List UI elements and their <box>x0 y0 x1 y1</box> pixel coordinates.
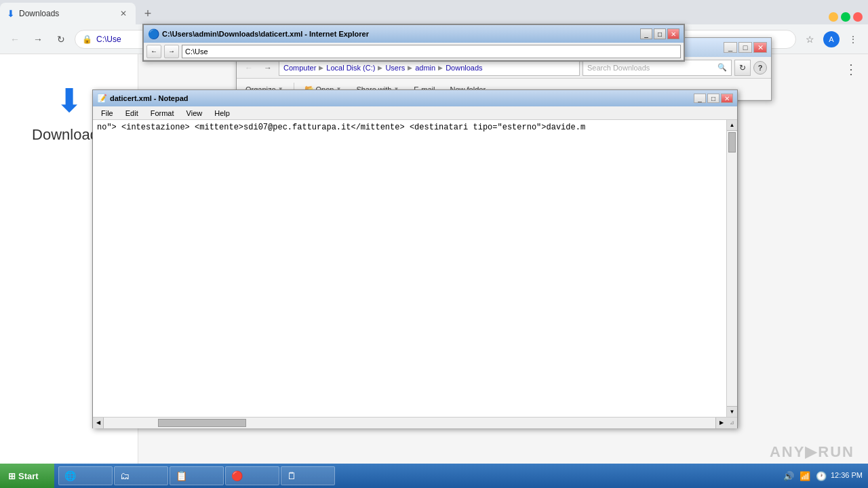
explorer-back-button[interactable]: ← <box>241 60 257 76</box>
notepad-menu-help[interactable]: Help <box>209 108 235 119</box>
explorer-refresh-button[interactable]: ↻ <box>734 60 751 76</box>
taskbar-item-notepad[interactable]: 📋 <box>170 466 224 485</box>
ie-toolbar: ← → <box>144 43 684 60</box>
tray-network-icon[interactable]: 📶 <box>798 469 812 483</box>
explorer-close-button[interactable]: ✕ <box>753 42 767 53</box>
taskbar-items: 🌐 🗂 📋 🔴 🗒 <box>54 464 776 488</box>
notepad-menu-view[interactable]: View <box>181 108 208 119</box>
chrome-menu-icon[interactable]: ⋮ <box>844 30 863 49</box>
ie-title-text: C:\Users\admin\Downloads\daticert.xml - … <box>162 30 637 38</box>
explorer-breadcrumb[interactable]: Computer ▶ Local Disk (C:) ▶ Users ▶ adm… <box>279 60 580 76</box>
chrome-content-menu[interactable]: ⋮ <box>844 61 858 77</box>
breadcrumb-downloads[interactable]: Downloads <box>446 64 482 72</box>
breadcrumb-users[interactable]: Users <box>385 64 405 72</box>
notepad-menu-file[interactable]: File <box>96 108 119 119</box>
tray-volume-icon[interactable]: 🔊 <box>782 469 795 483</box>
downloads-large-icon: ⬇ <box>56 81 83 119</box>
ie-restore-button[interactable]: □ <box>654 28 666 39</box>
forward-button[interactable]: → <box>28 30 47 49</box>
notepad-window-controls: _ □ ✕ <box>694 94 733 103</box>
breadcrumb-computer[interactable]: Computer <box>283 64 316 72</box>
ie-address-bar[interactable] <box>182 45 681 58</box>
taskbar-item-ie[interactable]: 🌐 <box>58 466 113 485</box>
notepad-horizontal-scrollbar[interactable] <box>104 418 715 428</box>
windows-taskbar: ⊞ Start 🌐 🗂 📋 🔴 🗒 🔊 📶 🕐 12:36 PM <box>0 464 868 488</box>
chrome-minimize-button[interactable] <box>829 12 838 22</box>
notepad-close-button[interactable]: ✕ <box>721 94 733 103</box>
chrome-tab-downloads[interactable]: ⬇ Downloads ✕ <box>0 3 136 24</box>
notepad-title-bar: 📝 daticert.xml - Notepad _ □ ✕ <box>93 90 737 106</box>
explorer-help-button[interactable]: ? <box>753 61 767 75</box>
chrome-tab-bar: ⬇ Downloads ✕ + <box>0 0 868 24</box>
tray-time-display: 12:36 PM <box>831 471 863 480</box>
chrome-tab-title: Downloads <box>19 9 114 18</box>
chrome-window-controls <box>829 12 868 24</box>
notepad-scroll-right-button[interactable]: ▶ <box>715 418 726 428</box>
explorer-search-placeholder: Search Downloads <box>587 64 717 72</box>
address-lock-icon: 🔒 <box>82 35 92 44</box>
chrome-new-tab-button[interactable]: + <box>138 4 157 23</box>
scrollbar-up-button[interactable]: ▲ <box>727 120 737 131</box>
ie-back-button[interactable]: ← <box>146 45 161 58</box>
anyrun-watermark: ANY▶RUN <box>770 443 854 461</box>
explorer-taskbar-icon: 🗂 <box>120 470 130 481</box>
chrome-tab-close-button[interactable]: ✕ <box>118 8 129 19</box>
tray-clock-icon: 🕐 <box>814 469 828 483</box>
refresh-button[interactable]: ↻ <box>52 30 71 49</box>
watermark-text: ANY▶RUN <box>770 443 854 461</box>
explorer-minimize-button[interactable]: _ <box>724 42 737 53</box>
back-button[interactable]: ← <box>5 30 24 49</box>
ie-window-controls: _ □ ✕ <box>640 28 679 39</box>
notepad-text[interactable]: no"> <intestazione> <mittente>sdi07@pec.… <box>93 120 726 417</box>
notepad-minimize-button[interactable]: _ <box>694 94 706 103</box>
breadcrumb-arrow-4: ▶ <box>438 64 443 71</box>
notepad-maximize-button[interactable]: □ <box>707 94 719 103</box>
ie-window: 🔵 C:\Users\admin\Downloads\daticert.xml … <box>142 24 685 62</box>
breadcrumb-arrow-2: ▶ <box>378 64 382 71</box>
notepad-menu-bar: File Edit Format View Help <box>93 106 737 120</box>
notepad-scrollbar-h-thumb[interactable] <box>158 419 246 427</box>
notepad-title-text: daticert.xml - Notepad <box>110 94 691 102</box>
start-windows-icon: ⊞ <box>8 471 16 481</box>
ie-taskbar-icon: 🌐 <box>64 470 76 481</box>
scrollbar-thumb-vertical[interactable] <box>728 132 736 152</box>
start-label: Start <box>18 471 39 481</box>
explorer-forward-button[interactable]: → <box>260 60 276 76</box>
explorer-maximize-button[interactable]: □ <box>738 42 752 53</box>
scrollbar-down-button[interactable]: ▼ <box>727 406 737 417</box>
notepad-icon: 📝 <box>97 94 107 103</box>
chrome-toolbar-icons: ☆ A ⋮ <box>800 30 863 49</box>
notepad-taskbar-icon: 📋 <box>176 470 187 481</box>
taskbar-item-explorer[interactable]: 🗂 <box>114 466 168 485</box>
ie-favicon: 🔵 <box>148 28 159 39</box>
ie-title-bar: 🔵 C:\Users\admin\Downloads\daticert.xml … <box>144 25 684 43</box>
breadcrumb-localdisk[interactable]: Local Disk (C:) <box>326 64 375 72</box>
app5-taskbar-icon: 🗒 <box>287 470 296 481</box>
antivirus-taskbar-icon: 🔴 <box>231 470 243 481</box>
notepad-content-area: no"> <intestazione> <mittente>sdi07@pec.… <box>93 120 737 417</box>
taskbar-item-antivirus[interactable]: 🔴 <box>225 466 279 485</box>
ie-close-button[interactable]: ✕ <box>667 28 679 39</box>
notepad-scroll-left-button[interactable]: ◀ <box>93 418 104 428</box>
bookmarks-icon[interactable]: ☆ <box>800 30 819 49</box>
notepad-window: 📝 daticert.xml - Notepad _ □ ✕ File Edit… <box>92 89 738 428</box>
explorer-search-go-button[interactable]: 🔍 <box>717 63 727 72</box>
breadcrumb-arrow-3: ▶ <box>408 64 412 71</box>
start-button[interactable]: ⊞ Start <box>0 464 54 488</box>
chrome-close-button[interactable] <box>853 12 863 22</box>
ie-minimize-button[interactable]: _ <box>640 28 652 39</box>
notepad-vertical-scrollbar[interactable]: ▲ ▼ <box>726 120 737 417</box>
taskbar-tray: 🔊 📶 🕐 12:36 PM <box>776 469 868 483</box>
breadcrumb-admin[interactable]: admin <box>415 64 435 72</box>
ie-forward-button[interactable]: → <box>164 45 179 58</box>
breadcrumb-arrow-1: ▶ <box>319 64 323 71</box>
profile-avatar[interactable]: A <box>822 30 841 49</box>
notepad-resize-handle[interactable]: ⊿ <box>726 418 737 428</box>
notepad-menu-edit[interactable]: Edit <box>120 108 144 119</box>
taskbar-item-app5[interactable]: 🗒 <box>281 466 335 485</box>
explorer-search-bar[interactable]: Search Downloads 🔍 <box>583 60 732 76</box>
notepad-menu-format[interactable]: Format <box>145 108 180 119</box>
chrome-maximize-button[interactable] <box>841 12 850 22</box>
avatar-image: A <box>823 31 840 47</box>
notepad-bottom-bar: ◀ ▶ ⊿ <box>93 417 737 428</box>
